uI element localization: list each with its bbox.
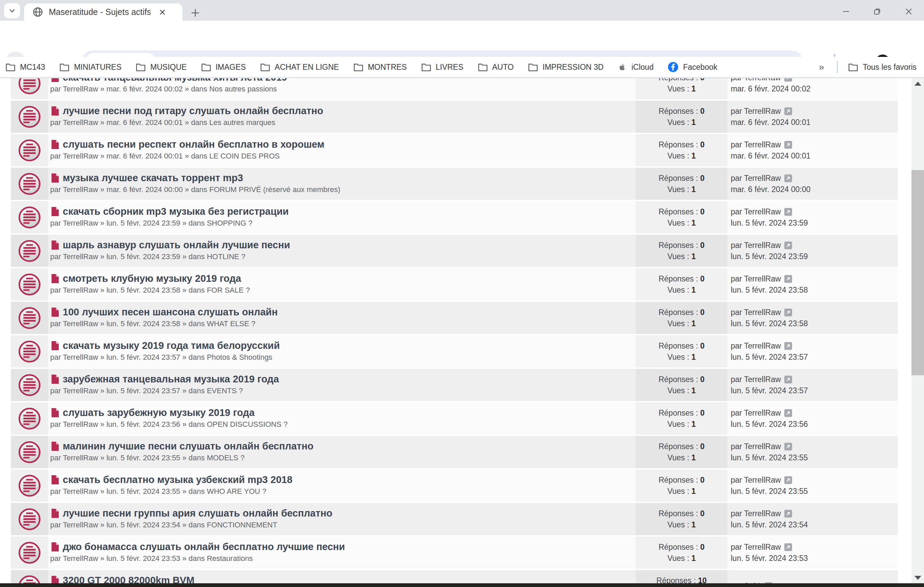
goto-last-post-icon[interactable] [784,107,792,115]
bookmark-item[interactable]: IMAGES [201,62,246,72]
topic-cell: шарль азнавур слушать онлайн лучшие песн… [48,235,636,267]
goto-last-post-icon[interactable] [784,476,792,484]
topic-title-link[interactable]: лучшие песни группы ария слушать онлайн … [63,508,332,519]
topic-note-icon [18,474,41,497]
bookmark-item[interactable]: MC143 [5,62,45,72]
topic-byline[interactable]: par TerrellRaw » lun. 5 févr. 2024 23:55… [50,454,636,462]
topic-byline[interactable]: par TerrellRaw » lun. 5 févr. 2024 23:59… [50,219,636,228]
goto-last-post-icon[interactable] [784,376,792,383]
topic-stats-cell: Réponses : 0 Vues : 1 [636,134,727,166]
last-post-author[interactable]: par TerrellRaw [731,240,898,251]
bookmark-item[interactable]: LIVRES [421,62,464,72]
topic-byline[interactable]: par TerrellRaw » lun. 5 févr. 2024 23:58… [50,286,636,295]
tab-search-button[interactable] [4,3,20,18]
topic-row: скачать танцевальная музыка хиты лета 20… [11,78,898,99]
window-close-button[interactable] [901,5,917,18]
last-post-author[interactable]: par TerrellRaw [731,374,898,385]
last-post-author[interactable]: par TerrellRaw [731,408,898,419]
goto-last-post-icon[interactable] [784,510,792,518]
last-post-author[interactable]: par TerrellRaw [731,106,898,117]
topic-title-link[interactable]: скачать сборник mp3 музыка без регистрац… [63,206,289,217]
topic-title-link[interactable]: скачать танцевальная музыка хиты лета 20… [63,78,287,83]
topic-byline[interactable]: par TerrellRaw » mar. 6 févr. 2024 00:00… [50,185,636,194]
scrollbar-down-arrow[interactable] [914,576,921,580]
topic-title-link[interactable]: 3200 GT 2000 82000km BVM [63,575,195,584]
goto-last-post-icon[interactable] [784,208,792,216]
page-scrollbar[interactable] [911,78,924,583]
topic-byline[interactable]: par TerrellRaw » mar. 6 févr. 2024 00:02… [50,85,636,94]
topic-byline[interactable]: par TerrellRaw » lun. 5 févr. 2024 23:53… [50,554,636,563]
bookmark-item[interactable]: MINIATURES [59,62,121,72]
topic-byline[interactable]: par TerrellRaw » lun. 5 févr. 2024 23:57… [50,353,636,362]
topic-note-icon [18,206,41,229]
last-post-author[interactable]: par TerrellRaw [731,340,898,352]
goto-last-post-icon[interactable] [784,543,792,551]
last-post-author[interactable]: par TerrellRaw [731,273,898,284]
topic-byline[interactable]: par TerrellRaw » lun. 5 févr. 2024 23:56… [50,420,636,429]
goto-last-post-icon[interactable] [784,78,792,82]
topic-title-link[interactable]: зарубежная танцевальная музыка 2019 года [63,373,279,385]
topic-byline[interactable]: par TerrellRaw » mar. 6 févr. 2024 00:01… [50,152,636,161]
topic-title-link[interactable]: слушать песни респект онлайн бесплатно в… [63,139,325,150]
goto-last-post-icon[interactable] [784,309,792,316]
last-post-author[interactable]: par TerrellRaw [731,508,898,519]
bookmarks-overflow-button[interactable]: » [819,62,824,72]
topic-title-link[interactable]: лучшие песни под гитару слушать онлайн б… [63,105,323,117]
last-post-author[interactable]: par TerrellRaw [731,441,898,452]
topic-title-link[interactable]: музыка лучшее скачать торрент mp3 [63,173,243,184]
goto-last-post-icon[interactable] [784,141,792,149]
goto-last-post-icon[interactable] [784,275,792,283]
topic-cell: малинин лучшие песни слушать онлайн бесп… [48,436,636,468]
last-post-author[interactable]: par TerrellRaw [731,542,898,553]
topic-byline[interactable]: par TerrellRaw » lun. 5 févr. 2024 23:58… [50,319,636,328]
scrollbar-thumb[interactable] [911,170,924,375]
last-post-author[interactable]: par TerrellRaw [731,475,898,486]
topic-title-link[interactable]: скачать бесплатно музыка узбекский mp3 2… [63,474,292,485]
goto-last-post-icon[interactable] [784,443,792,451]
goto-last-post-icon[interactable] [784,409,792,417]
bookmark-item[interactable]: Facebook [668,62,717,72]
bookmark-item[interactable]: ACHAT EN LIGNE [260,62,339,72]
bookmark-item[interactable]: IMPRESSION 3D [528,62,604,72]
topic-title-link[interactable]: джо бонамасса слушать онлайн бесплатно л… [63,541,345,552]
bookmark-item[interactable]: AUTO [478,62,514,72]
window-restore-button[interactable] [870,5,885,18]
goto-last-post-icon[interactable] [784,342,792,350]
topic-title-link[interactable]: малинин лучшие песни слушать онлайн бесп… [63,441,314,452]
topic-title-link[interactable]: скачать музыку 2019 года тима белорусски… [63,340,280,351]
topic-byline[interactable]: par TerrellRaw » lun. 5 févr. 2024 23:55… [50,487,636,496]
topic-byline[interactable]: par TerrellRaw » lun. 5 févr. 2024 23:59… [50,252,636,261]
last-post-author[interactable]: par TerrellRaw [731,173,898,184]
goto-last-post-icon[interactable] [784,242,792,249]
bookmark-item[interactable]: iCloud [618,62,653,72]
last-post-author[interactable]: par TerrellRaw [731,78,898,83]
last-post-author[interactable]: par TerrellRaw [731,206,898,217]
topic-note-icon [18,173,41,196]
bookmark-item[interactable]: MUSIQUE [135,62,186,72]
views-stat: Vues : 1 [667,419,696,430]
window-minimize-button[interactable] [838,5,854,18]
last-post-author[interactable]: par Jo01 [731,580,898,583]
scrollbar-up-arrow[interactable] [914,82,921,86]
topic-page-icon [51,542,59,551]
topic-title-link[interactable]: смотреть клубную музыку 2019 года [63,273,241,284]
tab-close-icon[interactable] [157,7,168,18]
all-favorites-button[interactable]: Tous les favoris [848,62,917,72]
topic-byline[interactable]: par TerrellRaw » mar. 6 févr. 2024 00:01… [50,118,636,127]
bookmarks-bar: MC143MINIATURESMUSIQUEIMAGESACHAT EN LIG… [0,57,924,77]
browser-toolbar: Non sécurisé maseratitude.com/search.php… [0,21,924,57]
topic-byline[interactable]: par TerrellRaw » lun. 5 févr. 2024 23:54… [50,521,636,529]
last-post-author[interactable]: par TerrellRaw [731,307,898,318]
topic-title-link[interactable]: 100 лучших песен шансона слушать онлайн [63,307,278,318]
bookmark-item[interactable]: MONTRES [353,62,407,72]
bookmark-label: IMAGES [216,62,246,72]
topic-title-link[interactable]: шарль азнавур слушать онлайн лучшие песн… [63,240,290,251]
browser-tab[interactable]: Maseratitude - Sujets actifs [24,3,182,21]
topic-title-link[interactable]: слушать зарубежную музыку 2019 года [63,407,255,418]
views-stat: Vues : 1 [667,318,696,329]
last-post-author[interactable]: par TerrellRaw [731,139,898,150]
topic-byline[interactable]: par TerrellRaw » lun. 5 févr. 2024 23:57… [50,386,636,395]
goto-last-post-icon[interactable] [784,174,792,182]
topic-page-icon [51,140,59,149]
new-tab-button[interactable] [188,6,202,20]
